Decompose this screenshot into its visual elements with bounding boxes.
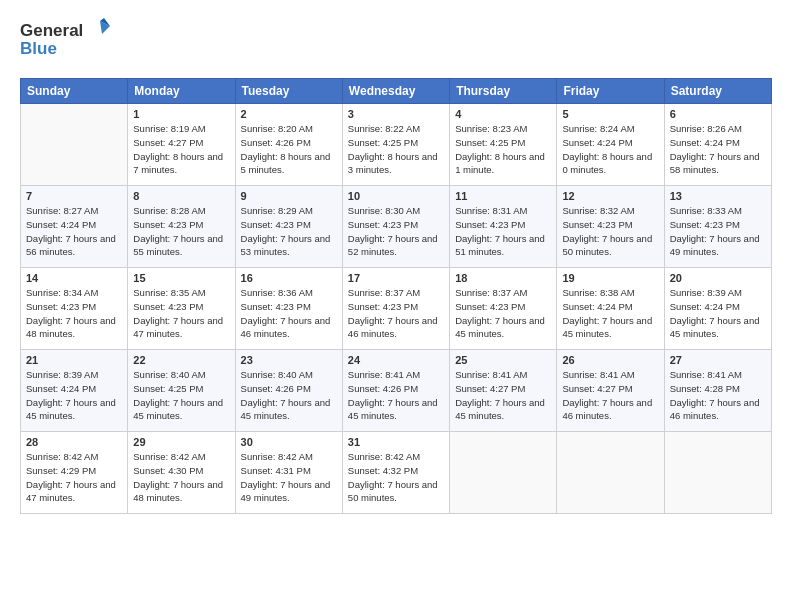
day-info: Sunrise: 8:42 AMSunset: 4:30 PMDaylight:… [133, 450, 229, 505]
day-number: 15 [133, 272, 229, 284]
day-number: 28 [26, 436, 122, 448]
calendar-cell: 25Sunrise: 8:41 AMSunset: 4:27 PMDayligh… [450, 350, 557, 432]
day-number: 20 [670, 272, 766, 284]
calendar-cell: 22Sunrise: 8:40 AMSunset: 4:25 PMDayligh… [128, 350, 235, 432]
day-info: Sunrise: 8:34 AMSunset: 4:23 PMDaylight:… [26, 286, 122, 341]
calendar-cell: 14Sunrise: 8:34 AMSunset: 4:23 PMDayligh… [21, 268, 128, 350]
week-row-1: 1Sunrise: 8:19 AMSunset: 4:27 PMDaylight… [21, 104, 772, 186]
day-number: 9 [241, 190, 337, 202]
svg-text:General: General [20, 21, 83, 40]
day-info: Sunrise: 8:36 AMSunset: 4:23 PMDaylight:… [241, 286, 337, 341]
calendar-cell: 15Sunrise: 8:35 AMSunset: 4:23 PMDayligh… [128, 268, 235, 350]
day-info: Sunrise: 8:40 AMSunset: 4:26 PMDaylight:… [241, 368, 337, 423]
day-number: 1 [133, 108, 229, 120]
week-row-2: 7Sunrise: 8:27 AMSunset: 4:24 PMDaylight… [21, 186, 772, 268]
day-number: 14 [26, 272, 122, 284]
day-info: Sunrise: 8:42 AMSunset: 4:32 PMDaylight:… [348, 450, 444, 505]
day-info: Sunrise: 8:41 AMSunset: 4:26 PMDaylight:… [348, 368, 444, 423]
day-number: 22 [133, 354, 229, 366]
calendar-cell: 9Sunrise: 8:29 AMSunset: 4:23 PMDaylight… [235, 186, 342, 268]
day-header-tuesday: Tuesday [235, 79, 342, 104]
day-number: 5 [562, 108, 658, 120]
calendar-cell: 10Sunrise: 8:30 AMSunset: 4:23 PMDayligh… [342, 186, 449, 268]
logo: General Blue [20, 16, 110, 66]
calendar-cell: 12Sunrise: 8:32 AMSunset: 4:23 PMDayligh… [557, 186, 664, 268]
day-header-sunday: Sunday [21, 79, 128, 104]
calendar-cell: 18Sunrise: 8:37 AMSunset: 4:23 PMDayligh… [450, 268, 557, 350]
day-number: 26 [562, 354, 658, 366]
day-number: 12 [562, 190, 658, 202]
day-info: Sunrise: 8:30 AMSunset: 4:23 PMDaylight:… [348, 204, 444, 259]
day-info: Sunrise: 8:31 AMSunset: 4:23 PMDaylight:… [455, 204, 551, 259]
calendar-cell [664, 432, 771, 514]
day-info: Sunrise: 8:35 AMSunset: 4:23 PMDaylight:… [133, 286, 229, 341]
calendar-cell: 30Sunrise: 8:42 AMSunset: 4:31 PMDayligh… [235, 432, 342, 514]
day-info: Sunrise: 8:41 AMSunset: 4:27 PMDaylight:… [562, 368, 658, 423]
calendar-cell: 8Sunrise: 8:28 AMSunset: 4:23 PMDaylight… [128, 186, 235, 268]
calendar-cell: 20Sunrise: 8:39 AMSunset: 4:24 PMDayligh… [664, 268, 771, 350]
calendar-cell: 17Sunrise: 8:37 AMSunset: 4:23 PMDayligh… [342, 268, 449, 350]
calendar-cell [21, 104, 128, 186]
calendar-cell: 7Sunrise: 8:27 AMSunset: 4:24 PMDaylight… [21, 186, 128, 268]
week-row-4: 21Sunrise: 8:39 AMSunset: 4:24 PMDayligh… [21, 350, 772, 432]
day-number: 25 [455, 354, 551, 366]
calendar-cell [557, 432, 664, 514]
day-info: Sunrise: 8:29 AMSunset: 4:23 PMDaylight:… [241, 204, 337, 259]
day-number: 17 [348, 272, 444, 284]
day-info: Sunrise: 8:26 AMSunset: 4:24 PMDaylight:… [670, 122, 766, 177]
calendar-cell: 1Sunrise: 8:19 AMSunset: 4:27 PMDaylight… [128, 104, 235, 186]
day-info: Sunrise: 8:37 AMSunset: 4:23 PMDaylight:… [455, 286, 551, 341]
calendar-cell: 13Sunrise: 8:33 AMSunset: 4:23 PMDayligh… [664, 186, 771, 268]
day-info: Sunrise: 8:40 AMSunset: 4:25 PMDaylight:… [133, 368, 229, 423]
header: General Blue [20, 16, 772, 66]
week-row-3: 14Sunrise: 8:34 AMSunset: 4:23 PMDayligh… [21, 268, 772, 350]
day-info: Sunrise: 8:37 AMSunset: 4:23 PMDaylight:… [348, 286, 444, 341]
day-info: Sunrise: 8:32 AMSunset: 4:23 PMDaylight:… [562, 204, 658, 259]
calendar-cell: 23Sunrise: 8:40 AMSunset: 4:26 PMDayligh… [235, 350, 342, 432]
header-row: SundayMondayTuesdayWednesdayThursdayFrid… [21, 79, 772, 104]
day-header-monday: Monday [128, 79, 235, 104]
day-header-thursday: Thursday [450, 79, 557, 104]
day-info: Sunrise: 8:28 AMSunset: 4:23 PMDaylight:… [133, 204, 229, 259]
calendar-table: SundayMondayTuesdayWednesdayThursdayFrid… [20, 78, 772, 514]
day-info: Sunrise: 8:39 AMSunset: 4:24 PMDaylight:… [670, 286, 766, 341]
calendar-cell: 31Sunrise: 8:42 AMSunset: 4:32 PMDayligh… [342, 432, 449, 514]
day-number: 2 [241, 108, 337, 120]
calendar-cell: 21Sunrise: 8:39 AMSunset: 4:24 PMDayligh… [21, 350, 128, 432]
day-number: 4 [455, 108, 551, 120]
day-info: Sunrise: 8:41 AMSunset: 4:27 PMDaylight:… [455, 368, 551, 423]
day-number: 13 [670, 190, 766, 202]
calendar-cell [450, 432, 557, 514]
svg-text:Blue: Blue [20, 39, 57, 58]
day-number: 23 [241, 354, 337, 366]
calendar-cell: 28Sunrise: 8:42 AMSunset: 4:29 PMDayligh… [21, 432, 128, 514]
calendar-cell: 2Sunrise: 8:20 AMSunset: 4:26 PMDaylight… [235, 104, 342, 186]
calendar-cell: 26Sunrise: 8:41 AMSunset: 4:27 PMDayligh… [557, 350, 664, 432]
day-number: 6 [670, 108, 766, 120]
day-info: Sunrise: 8:27 AMSunset: 4:24 PMDaylight:… [26, 204, 122, 259]
day-info: Sunrise: 8:19 AMSunset: 4:27 PMDaylight:… [133, 122, 229, 177]
day-number: 16 [241, 272, 337, 284]
day-number: 19 [562, 272, 658, 284]
day-info: Sunrise: 8:39 AMSunset: 4:24 PMDaylight:… [26, 368, 122, 423]
calendar-cell: 24Sunrise: 8:41 AMSunset: 4:26 PMDayligh… [342, 350, 449, 432]
calendar-cell: 16Sunrise: 8:36 AMSunset: 4:23 PMDayligh… [235, 268, 342, 350]
logo-svg: General Blue [20, 16, 110, 66]
day-number: 11 [455, 190, 551, 202]
day-number: 7 [26, 190, 122, 202]
day-number: 21 [26, 354, 122, 366]
day-info: Sunrise: 8:24 AMSunset: 4:24 PMDaylight:… [562, 122, 658, 177]
day-number: 24 [348, 354, 444, 366]
calendar-cell: 11Sunrise: 8:31 AMSunset: 4:23 PMDayligh… [450, 186, 557, 268]
day-info: Sunrise: 8:42 AMSunset: 4:31 PMDaylight:… [241, 450, 337, 505]
calendar-cell: 3Sunrise: 8:22 AMSunset: 4:25 PMDaylight… [342, 104, 449, 186]
day-info: Sunrise: 8:41 AMSunset: 4:28 PMDaylight:… [670, 368, 766, 423]
day-number: 18 [455, 272, 551, 284]
day-number: 29 [133, 436, 229, 448]
day-info: Sunrise: 8:33 AMSunset: 4:23 PMDaylight:… [670, 204, 766, 259]
day-number: 30 [241, 436, 337, 448]
day-info: Sunrise: 8:42 AMSunset: 4:29 PMDaylight:… [26, 450, 122, 505]
calendar-cell: 6Sunrise: 8:26 AMSunset: 4:24 PMDaylight… [664, 104, 771, 186]
week-row-5: 28Sunrise: 8:42 AMSunset: 4:29 PMDayligh… [21, 432, 772, 514]
calendar-cell: 5Sunrise: 8:24 AMSunset: 4:24 PMDaylight… [557, 104, 664, 186]
